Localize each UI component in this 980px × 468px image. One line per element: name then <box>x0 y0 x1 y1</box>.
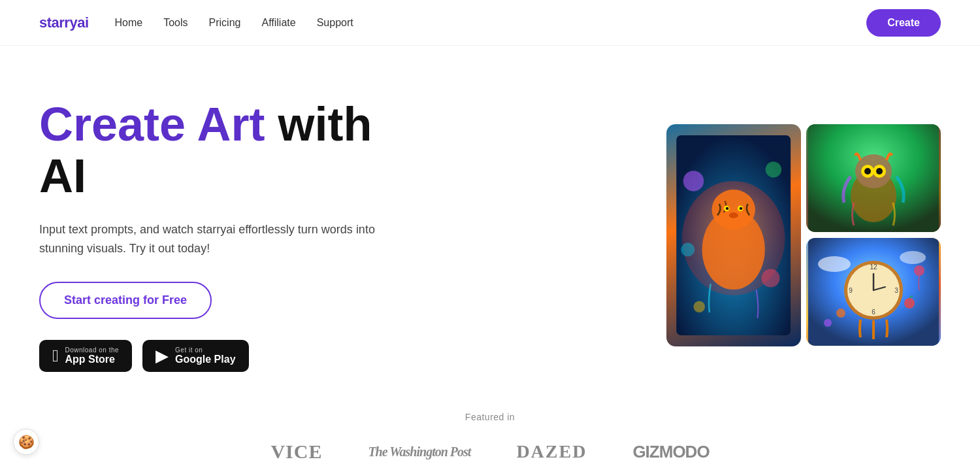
featured-section: Featured in VICE The Washington Post DAZ… <box>0 386 980 468</box>
hero-image-owl <box>806 124 941 232</box>
svg-point-3 <box>712 190 755 229</box>
svg-point-22 <box>818 256 851 272</box>
svg-text:3: 3 <box>894 287 898 294</box>
nav-item-home[interactable]: Home <box>115 17 143 29</box>
svg-point-6 <box>726 207 728 210</box>
app-store-button[interactable]:  Download on the App Store <box>39 340 132 372</box>
nav-item-affiliate[interactable]: Affiliate <box>261 17 295 29</box>
hero-image-clock: 12 3 6 9 <box>806 238 941 346</box>
hero-image-tiger <box>666 124 801 346</box>
hero-left: Create Art with AI Input text prompts, a… <box>39 99 405 372</box>
svg-point-11 <box>681 242 695 256</box>
nav-item-support[interactable]: Support <box>317 17 353 29</box>
cookie-button[interactable]: 🍪 <box>13 429 39 455</box>
clock-svg: 12 3 6 9 <box>806 238 941 346</box>
start-creating-button[interactable]: Start creating for Free <box>39 282 212 319</box>
nav-link-home[interactable]: Home <box>115 17 143 28</box>
store-buttons:  Download on the App Store ▶ Get it on … <box>39 340 405 372</box>
title-create: Create <box>39 98 186 150</box>
app-store-text: Download on the App Store <box>65 346 120 365</box>
title-with: with <box>278 98 372 150</box>
nav-link-support[interactable]: Support <box>317 17 353 28</box>
logo-dazed: DAZED <box>516 441 587 462</box>
nav-link-pricing[interactable]: Pricing <box>209 17 241 28</box>
owl-svg <box>806 124 941 232</box>
app-store-name: App Store <box>65 354 120 365</box>
svg-point-9 <box>683 171 704 191</box>
svg-point-33 <box>836 309 845 318</box>
google-play-text: Get it on Google Play <box>175 346 235 365</box>
svg-text:9: 9 <box>849 287 853 294</box>
nav-item-tools[interactable]: Tools <box>163 17 188 29</box>
svg-point-32 <box>904 298 915 309</box>
nav-item-pricing[interactable]: Pricing <box>209 17 241 29</box>
title-art: Art <box>197 98 265 150</box>
hero-subtitle: Input text prompts, and watch starryai e… <box>39 220 405 258</box>
logo-washington-post: The Washington Post <box>368 444 470 460</box>
featured-label: Featured in <box>39 412 941 422</box>
google-play-name: Google Play <box>175 354 235 365</box>
svg-point-23 <box>900 251 926 264</box>
svg-point-20 <box>876 168 883 175</box>
nav-link-affiliate[interactable]: Affiliate <box>261 17 295 28</box>
app-store-small-label: Download on the <box>65 346 120 354</box>
create-button[interactable]: Create <box>866 9 941 37</box>
svg-point-8 <box>729 212 738 218</box>
nav-link-tools[interactable]: Tools <box>163 17 188 28</box>
hero-images: 12 3 6 9 <box>666 124 941 346</box>
svg-point-19 <box>864 168 871 175</box>
tiger-svg <box>673 135 794 335</box>
logo: starryai <box>39 14 89 31</box>
logo-vice: VICE <box>270 441 322 463</box>
navbar: starryai Home Tools Pricing Affiliate Su… <box>0 0 980 46</box>
apple-icon:  <box>52 347 59 364</box>
svg-point-7 <box>740 207 742 210</box>
svg-point-12 <box>762 269 780 288</box>
svg-text:12: 12 <box>870 263 877 271</box>
google-play-button[interactable]: ▶ Get it on Google Play <box>142 340 248 372</box>
svg-text:6: 6 <box>872 309 875 316</box>
hero-title: Create Art with AI <box>39 99 405 202</box>
svg-point-10 <box>766 161 781 177</box>
title-ai: AI <box>39 150 86 202</box>
google-play-icon: ▶ <box>155 347 169 364</box>
svg-point-34 <box>914 265 924 276</box>
nav-left: starryai Home Tools Pricing Affiliate Su… <box>39 14 353 31</box>
svg-point-13 <box>694 301 705 312</box>
logo-gizmodo: GIZMODO <box>632 442 709 462</box>
hero-section: Create Art with AI Input text prompts, a… <box>0 46 980 386</box>
google-play-small-label: Get it on <box>175 346 235 354</box>
nav-links: Home Tools Pricing Affiliate Support <box>115 17 353 29</box>
svg-point-35 <box>824 319 832 327</box>
featured-logos: VICE The Washington Post DAZED GIZMODO <box>39 441 941 463</box>
